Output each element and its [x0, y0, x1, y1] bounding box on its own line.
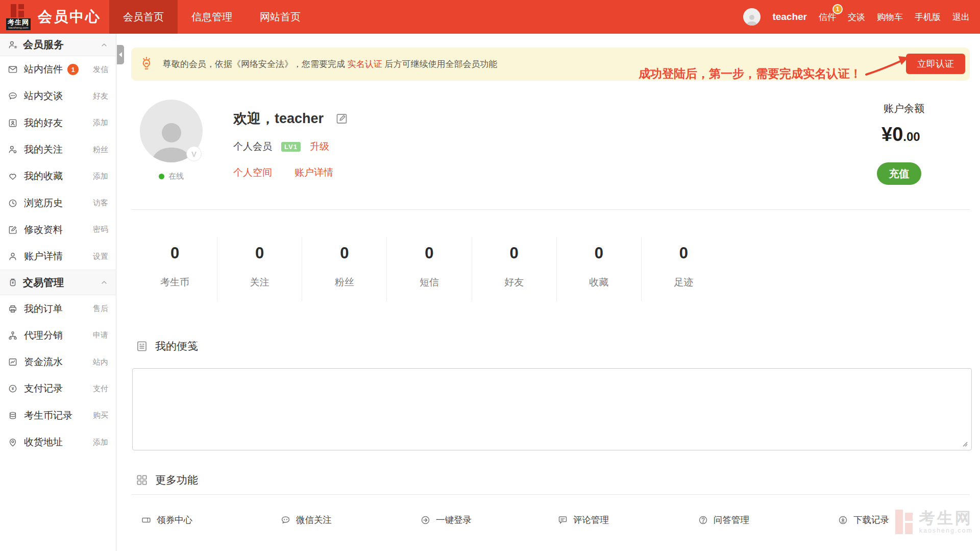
stat-following[interactable]: 0关注 — [217, 237, 302, 301]
sidebar-item-favorites[interactable]: 我的收藏 添加 — [0, 163, 116, 189]
coins-icon — [8, 411, 18, 421]
mail-icon — [8, 64, 18, 75]
sidebar-item-history[interactable]: 浏览历史 访客 — [0, 189, 116, 216]
sidebar-item-my-friends[interactable]: 我的好友 添加 — [0, 110, 116, 136]
side-action-password[interactable]: 密码 — [93, 225, 108, 234]
quicklink-coupons[interactable]: 领券中心 — [141, 514, 192, 526]
sidebar-item-payments[interactable]: ¥ 支付记录 支付 — [0, 375, 116, 402]
mail-badge: 1 — [832, 4, 843, 14]
sidebar-item-messages[interactable]: 站内信件 1 发信 — [0, 56, 116, 83]
quicklink-comments[interactable]: 评论管理 — [557, 514, 609, 526]
welcome-row: 欢迎，teacher — [233, 109, 349, 128]
page-title: 会员中心 — [38, 7, 101, 27]
quicklink-qa[interactable]: 问答管理 — [698, 514, 749, 526]
profile-links: 个人空间 账户详情 — [233, 166, 333, 179]
side-action-add-fav[interactable]: 添加 — [93, 172, 108, 181]
coupon-icon — [141, 515, 152, 525]
svg-text:¥: ¥ — [12, 386, 14, 391]
contacts-icon — [8, 118, 18, 128]
side-action-apply[interactable]: 申请 — [93, 330, 108, 340]
sidebar-item-account-details[interactable]: 账户详情 设置 — [0, 243, 116, 270]
person-icon — [745, 13, 758, 26]
sidebar-section-transactions[interactable]: ¥ 交易管理 — [0, 270, 116, 295]
side-action-add-friend[interactable]: 添加 — [93, 118, 108, 128]
personal-space-link[interactable]: 个人空间 — [233, 166, 272, 179]
nav-info-manage[interactable]: 信息管理 — [178, 0, 246, 34]
network-icon — [8, 330, 18, 341]
quicklink-wechat[interactable]: 微信关注 — [280, 514, 332, 526]
side-action-settings[interactable]: 设置 — [93, 252, 108, 261]
stats-row: 0考生币 0关注 0粉丝 0短信 0好友 0收藏 0足迹 — [133, 237, 726, 301]
header-chat-link[interactable]: 交谈 — [848, 11, 865, 23]
side-action-onsite[interactable]: 站内 — [93, 357, 108, 367]
funds-chart-icon — [8, 357, 18, 367]
sidebar-item-edit-profile[interactable]: 修改资料 密码 — [0, 217, 116, 243]
annotation-text: 成功登陆后，第一步，需要完成实名认证！ — [639, 66, 862, 82]
wechat-icon — [280, 515, 291, 525]
sidebar-item-following[interactable]: 我的关注 粉丝 — [0, 136, 116, 163]
stat-coins[interactable]: 0考生币 — [133, 237, 217, 301]
header-username[interactable]: teacher — [772, 11, 807, 22]
header-mobile-link[interactable]: 手机版 — [915, 11, 941, 23]
stat-fans[interactable]: 0粉丝 — [302, 237, 387, 301]
section-divider — [131, 209, 970, 210]
logo-icon — [11, 4, 26, 17]
nav-member-home[interactable]: 会员首页 — [109, 0, 178, 34]
header-logout-link[interactable]: 退出 — [952, 11, 970, 23]
balance-amount: ¥0.00 — [881, 124, 920, 146]
side-action-friends[interactable]: 好友 — [93, 91, 108, 101]
sidebar-item-orders[interactable]: 我的订单 售后 — [0, 295, 116, 322]
top-header: 考生网 kaosheng.com 会员中心 会员首页 信息管理 网站首页 tea… — [0, 0, 980, 34]
header-cart-link[interactable]: 购物车 — [877, 11, 903, 23]
stat-friends[interactable]: 0好友 — [472, 237, 557, 301]
side-action-add-address[interactable]: 添加 — [93, 438, 108, 447]
quicklink-downloads[interactable]: 下载记录 — [838, 514, 889, 526]
nav-site-home[interactable]: 网站首页 — [246, 0, 314, 34]
logo-name: 考生网 — [8, 19, 29, 26]
question-icon — [698, 515, 708, 525]
sidebar-item-distribution[interactable]: 代理分销 申请 — [0, 322, 116, 349]
realname-link: 实名认证 — [348, 59, 382, 69]
side-action-visitors[interactable]: 访客 — [93, 198, 108, 208]
sidebar-section-member-services[interactable]: 会员服务 — [0, 34, 116, 56]
online-dot-icon — [159, 174, 164, 179]
follow-icon — [8, 145, 18, 155]
notes-textarea[interactable] — [132, 368, 972, 450]
sidebar-item-funds-flow[interactable]: 资金流水 站内 — [0, 349, 116, 375]
stat-footprints[interactable]: 0足迹 — [642, 237, 726, 301]
side-action-aftersale[interactable]: 售后 — [93, 304, 108, 314]
level-badge: LV1 — [281, 142, 301, 152]
site-logo[interactable]: 考生网 kaosheng.com — [4, 4, 33, 30]
main-nav: 会员首页 信息管理 网站首页 — [109, 0, 314, 34]
download-icon — [838, 515, 848, 525]
header-avatar[interactable] — [743, 8, 761, 26]
member-type: 个人会员 — [233, 140, 272, 153]
stat-messages[interactable]: 0短信 — [387, 237, 472, 301]
edit-nickname-icon[interactable] — [335, 112, 349, 126]
section-divider — [131, 494, 970, 495]
sidebar-collapse-handle[interactable] — [117, 45, 124, 64]
online-status: 在线 — [140, 172, 203, 181]
sidebar-item-chat[interactable]: 站内交谈 好友 — [0, 83, 116, 109]
verify-now-button[interactable]: 立即认证 — [906, 54, 965, 74]
chat-icon — [8, 91, 18, 101]
stat-favorites[interactable]: 0收藏 — [557, 237, 642, 301]
annotation-arrow-icon — [865, 55, 910, 77]
note-icon — [135, 340, 149, 353]
side-action-fans[interactable]: 粉丝 — [93, 145, 108, 155]
sidebar-item-coin-records[interactable]: 考生币记录 购买 — [0, 402, 116, 429]
upgrade-link[interactable]: 升级 — [310, 140, 329, 153]
edit-icon — [8, 225, 18, 235]
heart-icon — [8, 171, 18, 181]
side-action-send[interactable]: 发信 — [93, 65, 108, 75]
quicklink-one-click-login[interactable]: 一键登录 — [420, 514, 472, 526]
side-action-buy[interactable]: 购买 — [93, 411, 108, 420]
header-mail-link[interactable]: 信件 1 — [819, 11, 836, 23]
sidebar: 会员服务 站内信件 1 发信 站内交谈 好友 我的好友 添加 我的关注 粉丝 — [0, 34, 116, 551]
profile-avatar[interactable]: V — [140, 100, 203, 162]
side-action-pay[interactable]: 支付 — [93, 384, 108, 394]
account-details-link[interactable]: 账户详情 — [295, 166, 333, 179]
watermark-logo: 考生网 kaosheng.com — [895, 509, 973, 535]
sidebar-item-address[interactable]: 收货地址 添加 — [0, 429, 116, 456]
recharge-button[interactable]: 充值 — [877, 162, 921, 185]
